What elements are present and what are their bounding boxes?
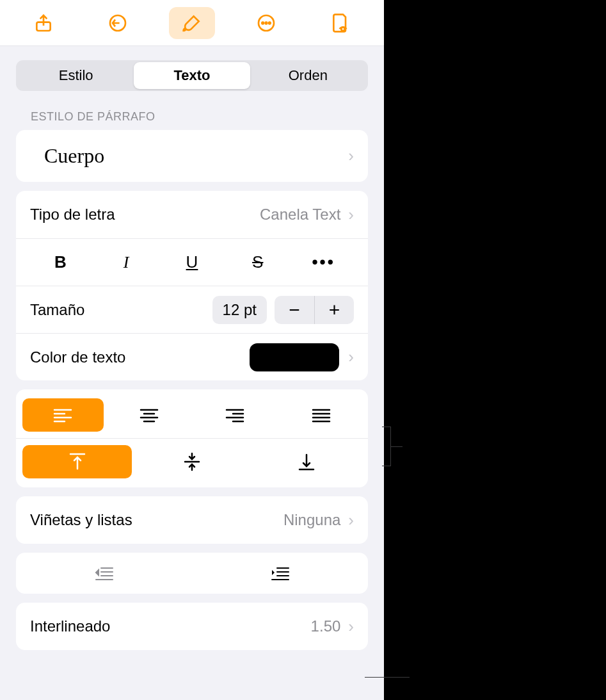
size-value-button[interactable]: 12 pt (212, 296, 267, 324)
bullets-row[interactable]: Viñetas y listas Ninguna › (16, 496, 368, 544)
align-justify-button[interactable] (281, 398, 362, 432)
document-button[interactable] (317, 7, 363, 39)
tab-style[interactable]: Estilo (18, 62, 134, 89)
indent-card (16, 553, 368, 594)
bullets-label: Viñetas y listas (30, 511, 283, 529)
align-left-button[interactable] (22, 398, 104, 432)
align-justify-icon (312, 407, 331, 423)
valign-bottom-icon (298, 452, 315, 471)
undo-icon (108, 13, 128, 33)
align-left-icon (53, 407, 72, 423)
outdent-button[interactable] (16, 560, 192, 586)
align-right-icon (225, 407, 244, 423)
line-spacing-value: 1.50 (311, 617, 341, 635)
text-style-row: B I U S ••• (16, 238, 368, 286)
size-increase-button[interactable]: + (314, 296, 354, 324)
line-spacing-row[interactable]: Interlineado 1.50 › (16, 603, 368, 650)
bold-button[interactable]: B (30, 248, 91, 277)
size-decrease-button[interactable]: − (275, 296, 314, 324)
tab-text[interactable]: Texto (134, 62, 250, 89)
chevron-right-icon: › (348, 205, 354, 225)
svg-marker-39 (272, 570, 275, 575)
tab-order[interactable]: Orden (250, 62, 366, 89)
more-button[interactable] (243, 7, 289, 39)
tab-segmented-control: Estilo Texto Orden (16, 60, 368, 91)
size-stepper: − + (275, 296, 354, 324)
document-eye-icon (330, 13, 351, 33)
indent-button[interactable] (192, 560, 368, 586)
share-button[interactable] (20, 7, 67, 39)
alignment-card (16, 389, 368, 487)
brush-icon (182, 13, 202, 33)
horizontal-align-row (16, 396, 368, 434)
share-icon (33, 13, 54, 33)
font-row[interactable]: Tipo de letra Canela Text › (16, 191, 368, 238)
undo-button[interactable] (95, 7, 141, 39)
paragraph-style-section-label: ESTILO DE PÁRRAFO (31, 110, 353, 124)
align-center-button[interactable] (109, 398, 190, 432)
outdent-icon (95, 566, 114, 581)
svg-point-3 (262, 22, 264, 24)
align-center-icon (140, 407, 159, 423)
paragraph-style-card: Cuerpo › (16, 130, 368, 182)
indent-icon (271, 566, 290, 581)
font-card: Tipo de letra Canela Text › B I U S ••• … (16, 191, 368, 380)
text-color-row[interactable]: Color de texto › (16, 333, 368, 380)
format-button[interactable] (169, 7, 215, 39)
vertical-align-row (16, 438, 368, 481)
svg-point-4 (266, 22, 267, 24)
bullets-card: Viñetas y listas Ninguna › (16, 496, 368, 544)
bullets-value: Ninguna (283, 511, 340, 529)
size-row: Tamaño 12 pt − + (16, 286, 368, 333)
more-text-options-button[interactable]: ••• (293, 248, 354, 277)
font-label: Tipo de letra (30, 206, 260, 224)
callout-line (391, 446, 403, 447)
chevron-right-icon: › (348, 347, 354, 367)
chevron-right-icon: › (348, 510, 354, 530)
valign-middle-icon (184, 452, 200, 471)
valign-middle-button[interactable] (137, 445, 246, 478)
font-value: Canela Text (260, 206, 340, 224)
size-label: Tamaño (30, 301, 212, 319)
svg-marker-34 (96, 570, 99, 575)
italic-button[interactable]: I (96, 248, 157, 277)
paragraph-style-row[interactable]: Cuerpo › (16, 130, 368, 182)
callout-line (365, 677, 410, 678)
svg-point-5 (269, 22, 271, 24)
more-circle-icon (256, 13, 276, 33)
align-right-button[interactable] (195, 398, 276, 432)
callout-bracket (382, 427, 391, 466)
line-spacing-card: Interlineado 1.50 › (16, 603, 368, 650)
paragraph-style-name: Cuerpo (30, 130, 348, 182)
underline-button[interactable]: U (162, 248, 223, 277)
valign-top-button[interactable] (22, 445, 132, 478)
strikethrough-button[interactable]: S (227, 248, 288, 277)
chevron-right-icon: › (348, 146, 354, 166)
top-toolbar (0, 0, 384, 46)
chevron-right-icon: › (348, 617, 354, 637)
text-color-label: Color de texto (30, 348, 250, 366)
line-spacing-label: Interlineado (30, 617, 311, 635)
format-panel: Estilo Texto Orden ESTILO DE PÁRRAFO Cue… (0, 0, 384, 700)
text-color-swatch[interactable] (250, 343, 339, 371)
valign-bottom-button[interactable] (252, 445, 362, 478)
valign-top-icon (69, 452, 86, 471)
